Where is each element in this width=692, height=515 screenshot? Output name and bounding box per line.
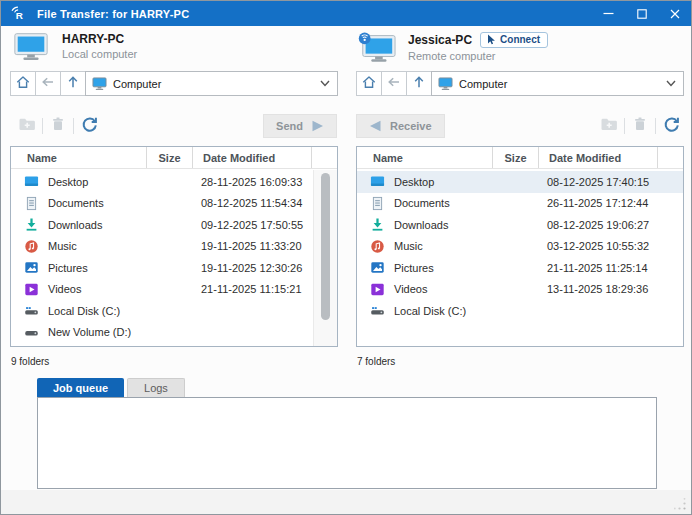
remote-toolbar-icons [597, 115, 683, 137]
receive-arrow-icon [369, 120, 382, 132]
svg-text:R: R [16, 10, 23, 21]
delete-icon [632, 116, 648, 136]
remote-panel: Jessica-PC Connect Remote computer Compu… [356, 29, 684, 369]
refresh-button[interactable] [659, 115, 683, 137]
file-row[interactable]: Downloads08-12-2025 19:06:27 [357, 214, 683, 236]
file-name-cell: Documents [357, 196, 493, 211]
file-row[interactable]: Desktop08-12-2025 17:40:15 [357, 171, 683, 193]
local-computer-name: HARRY-PC [62, 32, 124, 46]
file-name-cell: Downloads [11, 217, 147, 232]
titlebar: R File Transfer: for HARRY-PC [1, 1, 691, 26]
minimize-button[interactable] [592, 1, 625, 26]
resize-grip[interactable] [674, 497, 687, 510]
file-name: Desktop [394, 176, 434, 188]
file-name: Videos [48, 283, 81, 295]
remote-computer-icon [358, 31, 398, 63]
file-row[interactable]: Documents08-12-2025 11:54:34 [11, 193, 337, 215]
file-row[interactable]: Videos21-11-2025 11:15:21 [11, 279, 337, 301]
refresh-button[interactable] [77, 115, 101, 137]
new-folder-button[interactable] [597, 115, 621, 137]
local-computer-type: Local computer [62, 48, 137, 60]
home-button[interactable] [10, 71, 36, 96]
file-row[interactable]: New Volume (D:) [11, 322, 337, 344]
remote-status-text: 7 folders [357, 356, 395, 367]
chevron-down-icon[interactable] [313, 80, 337, 87]
file-date: 03-12-2025 10:55:32 [539, 240, 658, 252]
local-computer-icon [12, 31, 52, 63]
tab-job-queue[interactable]: Job queue [37, 378, 124, 397]
home-button[interactable] [356, 71, 382, 96]
videos-folder-icon [24, 282, 39, 297]
desktop-folder-icon [24, 174, 39, 189]
file-row[interactable]: Videos13-11-2025 18:29:36 [357, 279, 683, 301]
up-button[interactable] [406, 71, 432, 96]
file-row[interactable]: Pictures21-11-2025 11:25:14 [357, 257, 683, 279]
home-icon [15, 74, 31, 94]
local-file-list: Name Size Date Modified Desktop28-11-202… [10, 146, 338, 347]
send-button[interactable]: Send [263, 114, 337, 138]
column-header-spacer [312, 147, 337, 168]
file-name-cell: Videos [357, 282, 493, 297]
file-name: Local Disk (C:) [48, 305, 120, 317]
file-name-cell: Downloads [357, 217, 493, 232]
file-date: 09-12-2025 17:50:55 [193, 219, 312, 231]
bottom-strip [1, 490, 691, 514]
delete-button[interactable] [628, 115, 652, 137]
file-date: 19-11-2025 11:33:20 [193, 240, 312, 252]
file-name-cell: New Volume (D:) [11, 325, 147, 340]
file-row[interactable]: Documents26-11-2025 17:12:44 [357, 193, 683, 215]
file-date: 21-11-2025 11:15:21 [193, 283, 312, 295]
refresh-icon [81, 116, 98, 137]
remote-address-combobox[interactable]: Computer [431, 71, 684, 96]
tab-logs-label: Logs [144, 382, 168, 394]
column-header-date-modified[interactable]: Date Modified [193, 147, 312, 168]
receive-button[interactable]: Receive [356, 114, 445, 138]
file-row[interactable]: Desktop28-11-2025 16:09:33 [11, 171, 337, 193]
toolbar-separator [42, 118, 43, 134]
column-header-size[interactable]: Size [147, 147, 193, 168]
maximize-button[interactable] [625, 1, 658, 26]
file-name: Documents [48, 197, 104, 209]
chevron-down-icon[interactable] [659, 80, 683, 87]
send-arrow-icon [311, 120, 324, 132]
tab-job-queue-label: Job queue [53, 382, 108, 394]
music-folder-icon [24, 239, 39, 254]
file-row[interactable]: Local Disk (C:) [357, 300, 683, 322]
file-name: Pictures [48, 262, 88, 274]
remote-toolbar: Receive [356, 113, 684, 139]
file-row[interactable]: Local Disk (C:) [11, 300, 337, 322]
file-name: Music [394, 240, 423, 252]
column-header-size[interactable]: Size [493, 147, 539, 168]
remote-computer-type: Remote computer [408, 50, 548, 62]
delete-icon [50, 116, 66, 136]
window-title: File Transfer: for HARRY-PC [37, 8, 189, 20]
file-row[interactable]: Downloads09-12-2025 17:50:55 [11, 214, 337, 236]
scrollbar-thumb[interactable] [321, 173, 330, 320]
tab-logs[interactable]: Logs [127, 378, 185, 397]
file-name-cell: Local Disk (C:) [11, 303, 147, 318]
connect-button[interactable]: Connect [480, 32, 548, 48]
remote-computer-name: Jessica-PC [408, 33, 472, 47]
delete-button[interactable] [46, 115, 70, 137]
up-button[interactable] [60, 71, 86, 96]
close-button[interactable] [658, 1, 691, 26]
column-header-date-modified[interactable]: Date Modified [539, 147, 658, 168]
file-row[interactable]: Music03-12-2025 10:55:32 [357, 236, 683, 258]
column-header-name[interactable]: Name [357, 147, 493, 168]
file-row[interactable]: Pictures19-11-2025 12:30:26 [11, 257, 337, 279]
back-button[interactable] [381, 71, 407, 96]
file-name-cell: Music [11, 239, 147, 254]
local-disk-icon [24, 303, 39, 318]
file-name: Desktop [48, 176, 88, 188]
column-header-name[interactable]: Name [11, 147, 147, 168]
pictures-folder-icon [370, 260, 385, 275]
back-button[interactable] [35, 71, 61, 96]
remote-utilities-logo-icon: R [10, 5, 27, 22]
local-scrollbar[interactable] [313, 170, 337, 346]
window-controls [592, 1, 691, 26]
refresh-icon [663, 116, 680, 137]
local-address-combobox[interactable]: Computer [85, 71, 338, 96]
file-row[interactable]: Music19-11-2025 11:33:20 [11, 236, 337, 258]
new-folder-button[interactable] [15, 115, 39, 137]
computer-icon [92, 77, 107, 91]
